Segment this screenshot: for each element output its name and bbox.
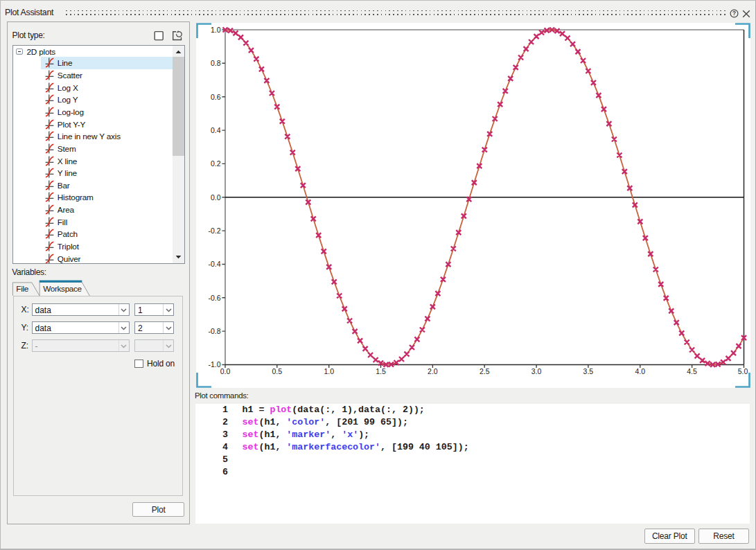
svg-text:0.4: 0.4: [211, 126, 221, 134]
svg-text:-0.8: -0.8: [208, 327, 220, 335]
svg-text:4.5: 4.5: [687, 367, 697, 375]
svg-text:2.0: 2.0: [428, 367, 438, 375]
svg-text:5.0: 5.0: [738, 367, 748, 375]
svg-text:0.8: 0.8: [211, 59, 221, 67]
svg-text:1.0: 1.0: [211, 26, 221, 34]
svg-text:0.0: 0.0: [220, 367, 231, 375]
svg-text:1.5: 1.5: [376, 367, 386, 375]
svg-text:0.5: 0.5: [272, 367, 282, 375]
svg-text:0.6: 0.6: [211, 93, 221, 101]
svg-text:-0.6: -0.6: [208, 294, 220, 302]
svg-text:?: ?: [732, 10, 736, 17]
svg-text:-0.2: -0.2: [208, 227, 220, 235]
svg-text:4.0: 4.0: [635, 367, 645, 375]
svg-text:-1.0: -1.0: [208, 360, 220, 369]
svg-text:3.5: 3.5: [583, 367, 594, 375]
svg-text:0.0: 0.0: [211, 193, 221, 202]
svg-text:2.5: 2.5: [480, 367, 490, 375]
svg-text:-0.4: -0.4: [208, 260, 220, 268]
svg-text:3.0: 3.0: [531, 367, 542, 375]
svg-text:1.0: 1.0: [324, 367, 334, 375]
svg-text:0.2: 0.2: [211, 159, 221, 168]
